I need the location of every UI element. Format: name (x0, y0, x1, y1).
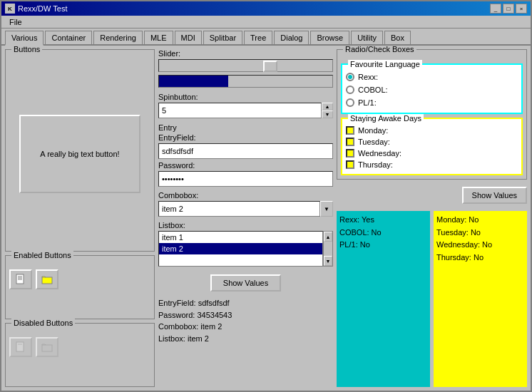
combobox-label: Combobox: (158, 191, 333, 200)
checkbox-monday-row: Monday: (346, 125, 518, 136)
status-password: Password: 34534543 (158, 309, 333, 321)
slider-thumb[interactable] (263, 61, 277, 72)
radio-row-pl1: PL/1: (346, 96, 518, 109)
stay-awake-title: Staying Awake Days (348, 114, 424, 123)
combobox-input[interactable] (158, 201, 320, 217)
menu-file[interactable]: File (5, 17, 26, 27)
combo-arrow-button[interactable]: ▼ (320, 201, 333, 217)
stay-awake-box: Staying Awake Days Monday: Tuesday: Wedn… (341, 118, 523, 175)
tabs-bar: Various Container Rendering MLE MDI Spli… (1, 29, 531, 46)
window-title: Rexx/DW Test (18, 4, 67, 13)
svg-rect-4 (42, 277, 52, 284)
main-window: K Rexx/DW Test _ □ × File Various Contai… (0, 0, 532, 392)
minimize-button[interactable]: _ (490, 4, 501, 14)
file-disabled-icon (15, 341, 26, 353)
slider-track[interactable] (158, 59, 333, 72)
tab-browse[interactable]: Browse (310, 31, 349, 44)
disabled-buttons-group: Disabled Buttons (5, 323, 155, 387)
spinbutton-container: ▲ ▼ (158, 103, 333, 118)
disabled-button-1 (9, 337, 32, 357)
spinbutton-input[interactable] (158, 103, 322, 118)
folder-disabled-icon (41, 341, 53, 353)
entry-label: Entry (158, 123, 333, 132)
spin-down-button[interactable]: ▼ (322, 110, 333, 118)
entryfield-input[interactable] (158, 143, 333, 159)
app-icon: K (5, 4, 15, 14)
svg-rect-5 (16, 342, 24, 351)
enabled-button-2[interactable] (36, 269, 58, 289)
tab-container[interactable]: Container (45, 31, 92, 44)
fav-lang-title: Favourite Language (348, 60, 422, 68)
radio-row-cobol: COBOL: (346, 83, 518, 96)
radio-group-title: Radio/Check Boxes (343, 46, 416, 53)
show-values-button[interactable]: Show Values (210, 274, 281, 292)
tab-box[interactable]: Box (384, 31, 411, 44)
enabled-btn-row (9, 269, 150, 289)
folder-icon (41, 274, 53, 285)
spin-up-button[interactable]: ▲ (322, 103, 333, 110)
status-monday: Monday: No (436, 214, 524, 227)
radio-pl1[interactable] (346, 98, 354, 107)
listbox-item-1[interactable]: item 1 (159, 232, 322, 243)
show-values-right-button[interactable]: Show Values (462, 187, 527, 204)
status-wednesday: Wednesday: No (436, 239, 524, 252)
checkbox-tuesday[interactable] (346, 138, 354, 146)
listbox[interactable]: item 1 item 2 (158, 231, 323, 267)
disabled-buttons-title: Disabled Buttons (11, 319, 75, 327)
status-box-left: Rexx: Yes COBOL: No PL/1: No (337, 211, 430, 387)
combobox-section: Combobox: ▼ (158, 191, 333, 219)
status-tuesday: Tuesday: No (436, 227, 524, 239)
spinbutton-arrows: ▲ ▼ (322, 103, 333, 118)
status-box-right: Monday: No Tuesday: No Wednesday: No Thu… (434, 211, 527, 387)
tab-mle[interactable]: MLE (144, 31, 173, 44)
listbox-item-2[interactable]: item 2 (159, 243, 322, 254)
password-label: Password: (158, 161, 333, 170)
listbox-section: Listbox: item 1 item 2 ▲ ▼ (158, 221, 333, 269)
radio-rexx-label: Rexx: (358, 73, 378, 81)
tab-tree[interactable]: Tree (244, 31, 272, 44)
maximize-button[interactable]: □ (503, 4, 514, 14)
disabled-button-2 (36, 337, 58, 357)
spinbutton-label: Spinbutton: (158, 93, 333, 101)
scroll-up-button[interactable]: ▲ (324, 232, 332, 242)
enabled-buttons-title: Enabled Buttons (11, 251, 73, 259)
fav-lang-box: Favourite Language Rexx: COBOL: PL/1: (341, 63, 523, 114)
checkbox-tuesday-row: Tuesday: (346, 136, 518, 148)
radio-rexx[interactable] (346, 73, 354, 81)
enabled-buttons-group: Enabled Buttons (5, 255, 155, 319)
right-panel: Radio/Check Boxes Favourite Language Rex… (337, 49, 527, 387)
tab-utility[interactable]: Utility (351, 31, 383, 44)
checkbox-wednesday-row: Wednesday: (346, 148, 518, 159)
tab-various[interactable]: Various (5, 31, 44, 46)
status-text: EntryField: sdfsdfsdf Password: 34534543… (158, 297, 333, 344)
tab-dialog[interactable]: Dialog (274, 31, 309, 44)
enabled-button-1[interactable] (9, 269, 32, 289)
disabled-btn-row (9, 337, 150, 357)
buttons-group: Buttons A really big text button! (5, 49, 155, 252)
close-button[interactable]: × (516, 4, 527, 14)
radio-cobol-label: COBOL: (358, 86, 388, 94)
tab-rendering[interactable]: Rendering (93, 31, 143, 44)
status-pl1: PL/1: No (339, 239, 427, 252)
checkbox-monday-label: Monday: (358, 126, 388, 135)
slider-section: Slider: (158, 49, 333, 91)
progress-bar (158, 75, 333, 88)
checkbox-thursday[interactable] (346, 160, 354, 169)
svg-rect-7 (42, 345, 52, 351)
listbox-label: Listbox: (158, 221, 333, 229)
tab-splitbar[interactable]: Splitbar (203, 31, 242, 44)
radio-pl1-label: PL/1: (358, 98, 377, 107)
spinbutton-section: Spinbutton: ▲ ▼ (158, 93, 333, 121)
big-text-button[interactable]: A really big text button! (19, 115, 140, 193)
password-input[interactable] (158, 171, 333, 187)
checkbox-tuesday-label: Tuesday: (358, 138, 390, 146)
checkbox-wednesday[interactable] (346, 149, 354, 158)
status-entryfield: EntryField: sdfsdfsdf (158, 297, 333, 309)
tab-mdi[interactable]: MDI (175, 31, 202, 44)
radio-cobol[interactable] (346, 86, 354, 94)
menu-bar: File (1, 16, 531, 29)
scroll-down-button[interactable]: ▼ (324, 256, 332, 266)
file-icon (15, 274, 26, 285)
checkbox-monday[interactable] (346, 126, 354, 135)
buttons-group-title: Buttons (11, 46, 42, 53)
